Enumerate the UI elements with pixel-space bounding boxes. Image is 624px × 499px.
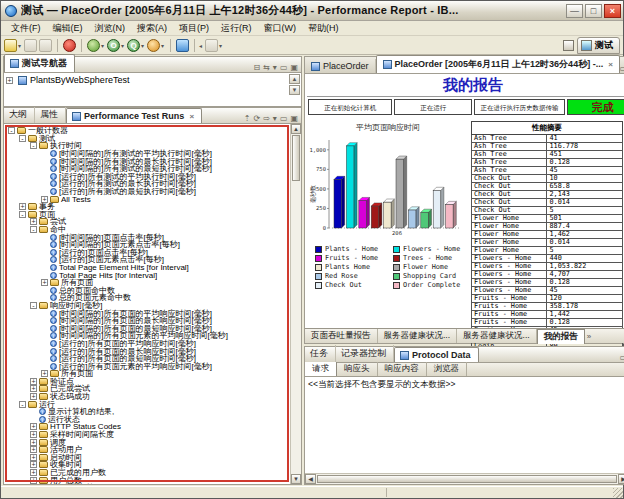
expand-icon[interactable]: + <box>30 385 37 392</box>
scroll-down-icon[interactable]: ▼ <box>291 474 301 484</box>
expand-icon[interactable]: + <box>30 446 37 453</box>
expand-icon[interactable]: + <box>30 218 37 225</box>
maximize-view-icon[interactable]: ▣ <box>290 114 298 123</box>
protocol-subtab-2[interactable]: 响应内容 <box>378 362 427 376</box>
profile-dropdown-icon[interactable]: ▾ <box>161 42 164 49</box>
navigator-root-item[interactable]: + PlantsByWebSphereTest <box>4 73 301 87</box>
menu-item-搜索(A)[interactable]: 搜索(A) <box>131 21 173 36</box>
editor-tab-0[interactable]: PlaceOrder <box>305 59 376 73</box>
expand-icon[interactable]: + <box>30 393 37 400</box>
debug-dropdown-icon[interactable]: ▾ <box>101 42 104 49</box>
profile-icon[interactable] <box>147 39 160 52</box>
tree-item[interactable]: i[运行的]所有页面元素的平均响应时间[毫秒] <box>8 362 290 370</box>
maximize-button[interactable]: □ <box>585 4 602 18</box>
scroll-left-icon[interactable]: ◀ <box>305 474 316 484</box>
scroll-right-icon[interactable]: ▶ <box>618 474 624 484</box>
minimize-button[interactable]: — <box>566 4 583 18</box>
expand-icon[interactable]: + <box>30 477 37 484</box>
console-tab-2[interactable]: Protocol Data <box>394 347 479 362</box>
expand-icon[interactable]: + <box>30 439 37 446</box>
view-menu-icon[interactable]: ▾ <box>273 63 277 72</box>
close-button[interactable]: × <box>604 4 621 18</box>
run-history-icon[interactable]: Q <box>127 39 140 52</box>
run-icon[interactable]: O <box>107 39 120 52</box>
menu-item-帮助(H)[interactable]: 帮助(H) <box>302 21 345 36</box>
expand-icon[interactable]: + <box>30 378 37 385</box>
new-wizard-icon[interactable] <box>4 39 17 52</box>
scroll-lock-icon[interactable]: ⇡ <box>244 114 251 123</box>
new-dropdown-icon[interactable]: ▾ <box>18 42 21 49</box>
expand-icon[interactable]: + <box>6 77 13 84</box>
expand-icon[interactable]: + <box>41 279 48 286</box>
collapse-icon[interactable]: - <box>30 302 37 309</box>
tree-item[interactable]: i[时间间隔的]页面元素点击率[每秒] <box>8 241 290 249</box>
forward-dropdown-icon[interactable]: ▾ <box>219 42 222 49</box>
report-tab-1[interactable]: 服务器健康状况... <box>378 329 458 343</box>
tab-outline[interactable]: 大纲 <box>4 106 35 123</box>
collapse-icon[interactable]: - <box>19 401 26 408</box>
menu-item-窗口(W)[interactable]: 窗口(W) <box>258 21 303 36</box>
run-history-dropdown-icon[interactable]: ▾ <box>141 42 144 49</box>
tabs-overflow-icon[interactable]: » <box>587 332 591 341</box>
tab-performance-test-runs[interactable]: Performance Test Runs × <box>66 108 202 123</box>
minimize-view-icon[interactable]: ▭ <box>620 64 624 73</box>
menu-item-浏览(N)[interactable]: 浏览(N) <box>89 21 132 36</box>
scroll-down-icon[interactable]: ▼ <box>289 85 300 95</box>
protocol-subtab-0[interactable]: 请求 <box>305 362 337 376</box>
report-tab-0[interactable]: 页面吞吐量报告 <box>305 329 378 343</box>
scroll-track[interactable] <box>291 182 301 474</box>
tree-item[interactable]: i总的页面命中数 <box>8 286 290 294</box>
scroll-thumb[interactable] <box>317 475 617 483</box>
debug-icon[interactable] <box>87 39 100 52</box>
scroll-up-icon[interactable]: ▲ <box>289 74 300 84</box>
perspective-test-button[interactable]: 测试 <box>577 37 620 54</box>
protocol-subtab-3[interactable]: 浏览器 <box>427 362 468 376</box>
protocol-subtab-1[interactable]: 响应头 <box>337 362 378 376</box>
tree-item[interactable]: +所有页面 <box>8 279 290 287</box>
annotate-icon[interactable] <box>176 39 189 52</box>
tree-item[interactable]: iTotal Page Hits [for Interval] <box>8 271 290 279</box>
close-tab-icon[interactable]: × <box>608 60 613 69</box>
save-icon[interactable] <box>24 39 37 52</box>
expand-icon[interactable]: + <box>30 423 37 430</box>
menu-item-编辑(E)[interactable]: 编辑(E) <box>47 21 89 36</box>
tab-properties[interactable]: 属性 <box>35 106 66 123</box>
back-icon[interactable]: ◂ <box>199 42 202 49</box>
minimize-view-icon[interactable]: ▭ <box>620 353 624 362</box>
run-dropdown-icon[interactable]: ▾ <box>121 42 124 49</box>
collapse-icon[interactable]: - <box>19 211 26 218</box>
minimize-view-icon[interactable]: ▭ <box>280 114 288 123</box>
menu-item-项目(P)[interactable]: 项目(P) <box>173 21 215 36</box>
tab-test-navigator[interactable]: 测试导航器 <box>4 54 75 72</box>
menu-item-运行(R)[interactable]: 运行(R) <box>215 21 258 36</box>
forward-icon[interactable] <box>205 39 218 52</box>
print-icon[interactable] <box>39 39 52 52</box>
report-tab-3[interactable]: 我的报告 <box>537 329 585 344</box>
expand-icon[interactable]: + <box>19 203 26 210</box>
expand-icon[interactable]: + <box>30 454 37 461</box>
refresh-icon[interactable]: ⟳ <box>253 114 260 123</box>
expand-icon[interactable]: + <box>30 431 37 438</box>
editor-tab-1[interactable]: PlaceOrder [2005年6月11日 上午12时36分44秒] -...… <box>376 55 620 73</box>
view-menu-icon[interactable]: ▾ <box>273 114 277 123</box>
maximize-view-icon[interactable]: ▣ <box>290 63 298 72</box>
collapse-icon[interactable]: - <box>30 226 37 233</box>
resize-grip[interactable] <box>613 488 623 498</box>
close-tab-icon[interactable]: × <box>189 112 194 121</box>
console-tab-0[interactable]: 任务 <box>305 345 336 362</box>
collapse-all-icon[interactable]: ⊟ <box>253 63 260 72</box>
report-tab-2[interactable]: 服务器健康状况... <box>457 329 537 343</box>
expand-icon[interactable]: + <box>30 469 37 476</box>
stop-icon[interactable] <box>63 39 76 52</box>
open-perspective-icon[interactable] <box>563 40 574 51</box>
scroll-up-icon[interactable]: ▲ <box>291 124 301 134</box>
tree-item[interactable]: i[运行的]所有测试的最短执行时间[毫秒] <box>8 188 290 196</box>
console-tab-1[interactable]: 记录器控制 <box>336 345 394 362</box>
collapse-icon[interactable]: - <box>19 135 26 142</box>
link-editor-icon[interactable]: ⇆ <box>263 63 270 72</box>
menu-item-文件(F)[interactable]: 文件(F) <box>5 21 47 36</box>
expand-icon[interactable]: + <box>30 461 37 468</box>
collapse-icon[interactable]: - <box>30 142 37 149</box>
export-icon[interactable]: ⇨ <box>263 114 270 123</box>
collapse-icon[interactable]: - <box>8 127 15 134</box>
